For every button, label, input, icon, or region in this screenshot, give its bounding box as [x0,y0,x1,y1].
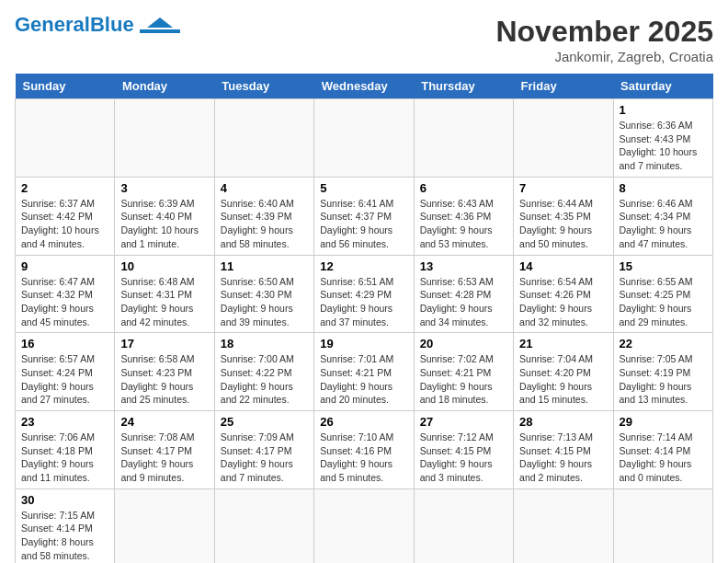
day-number: 11 [221,259,308,273]
day-header-monday: Monday [115,74,214,99]
calendar-cell: 11Sunrise: 6:50 AM Sunset: 4:30 PM Dayli… [214,255,313,333]
calendar-cell [314,488,414,563]
calendar-cell: 2Sunrise: 6:37 AM Sunset: 4:42 PM Daylig… [16,177,115,255]
week-row-4: 16Sunrise: 6:57 AM Sunset: 4:24 PM Dayli… [16,333,713,411]
day-info: Sunrise: 6:53 AM Sunset: 4:28 PM Dayligh… [420,275,507,329]
calendar-cell [214,488,313,563]
calendar-cell: 14Sunrise: 6:54 AM Sunset: 4:26 PM Dayli… [514,255,613,333]
day-number: 1 [620,103,707,117]
day-number: 19 [320,337,407,350]
day-info: Sunrise: 7:15 AM Sunset: 4:14 PM Dayligh… [21,509,108,563]
week-row-5: 23Sunrise: 7:06 AM Sunset: 4:18 PM Dayli… [16,411,713,489]
calendar-cell: 19Sunrise: 7:01 AM Sunset: 4:21 PM Dayli… [314,333,414,411]
day-header-friday: Friday [514,74,613,99]
day-number: 2 [21,181,108,195]
calendar-cell: 13Sunrise: 6:53 AM Sunset: 4:28 PM Dayli… [414,255,513,333]
calendar-cell: 5Sunrise: 6:41 AM Sunset: 4:37 PM Daylig… [314,177,414,255]
calendar-cell: 16Sunrise: 6:57 AM Sunset: 4:24 PM Dayli… [16,333,115,411]
day-info: Sunrise: 7:01 AM Sunset: 4:21 PM Dayligh… [320,352,407,407]
day-info: Sunrise: 7:12 AM Sunset: 4:15 PM Dayligh… [420,431,507,485]
day-info: Sunrise: 6:50 AM Sunset: 4:30 PM Dayligh… [221,275,308,329]
day-number: 9 [21,259,108,273]
day-number: 20 [420,337,507,350]
day-info: Sunrise: 6:43 AM Sunset: 4:36 PM Dayligh… [420,197,507,251]
day-info: Sunrise: 6:39 AM Sunset: 4:40 PM Dayligh… [120,197,208,251]
day-info: Sunrise: 7:08 AM Sunset: 4:17 PM Dayligh… [120,431,208,485]
calendar-cell: 6Sunrise: 6:43 AM Sunset: 4:36 PM Daylig… [414,177,513,255]
day-info: Sunrise: 6:40 AM Sunset: 4:39 PM Dayligh… [221,197,308,251]
day-number: 29 [620,415,707,429]
day-info: Sunrise: 6:47 AM Sunset: 4:32 PM Dayligh… [21,275,108,329]
calendar-cell: 17Sunrise: 6:58 AM Sunset: 4:23 PM Dayli… [115,333,214,411]
logo-triangle-icon [147,17,173,28]
day-info: Sunrise: 6:36 AM Sunset: 4:43 PM Dayligh… [620,119,707,173]
day-info: Sunrise: 6:54 AM Sunset: 4:26 PM Dayligh… [519,275,607,329]
day-info: Sunrise: 6:37 AM Sunset: 4:42 PM Dayligh… [21,197,108,251]
day-info: Sunrise: 6:58 AM Sunset: 4:23 PM Dayligh… [120,352,208,407]
calendar-cell: 29Sunrise: 7:14 AM Sunset: 4:14 PM Dayli… [613,411,712,489]
day-info: Sunrise: 7:09 AM Sunset: 4:17 PM Dayligh… [221,431,308,485]
calendar-cell: 15Sunrise: 6:55 AM Sunset: 4:25 PM Dayli… [613,255,712,333]
day-info: Sunrise: 6:55 AM Sunset: 4:25 PM Dayligh… [620,275,707,329]
day-number: 12 [320,259,407,273]
logo: GeneralBlue [15,15,180,35]
day-number: 7 [519,181,607,195]
calendar-cell [115,488,214,563]
day-number: 24 [120,415,208,429]
calendar-cell: 25Sunrise: 7:09 AM Sunset: 4:17 PM Dayli… [214,411,313,489]
calendar-cell: 23Sunrise: 7:06 AM Sunset: 4:18 PM Dayli… [16,411,115,489]
day-info: Sunrise: 7:10 AM Sunset: 4:16 PM Dayligh… [320,431,407,485]
day-info: Sunrise: 6:48 AM Sunset: 4:31 PM Dayligh… [120,275,208,329]
day-number: 13 [420,259,507,273]
week-row-6: 30Sunrise: 7:15 AM Sunset: 4:14 PM Dayli… [16,488,713,563]
day-header-thursday: Thursday [414,74,513,99]
calendar-cell: 10Sunrise: 6:48 AM Sunset: 4:31 PM Dayli… [115,255,214,333]
calendar-cell [214,99,313,178]
calendar-cell [514,99,613,178]
day-number: 22 [620,337,707,350]
week-row-2: 2Sunrise: 6:37 AM Sunset: 4:42 PM Daylig… [16,177,713,255]
day-info: Sunrise: 6:44 AM Sunset: 4:35 PM Dayligh… [519,197,607,251]
day-number: 3 [120,181,208,195]
calendar-cell: 8Sunrise: 6:46 AM Sunset: 4:34 PM Daylig… [613,177,712,255]
week-row-1: 1Sunrise: 6:36 AM Sunset: 4:43 PM Daylig… [16,99,713,178]
day-info: Sunrise: 7:06 AM Sunset: 4:18 PM Dayligh… [21,431,108,485]
day-number: 14 [519,259,607,273]
calendar-cell: 28Sunrise: 7:13 AM Sunset: 4:15 PM Dayli… [514,411,613,489]
day-info: Sunrise: 7:13 AM Sunset: 4:15 PM Dayligh… [519,431,607,485]
title-area: November 2025 Jankomir, Zagreb, Croatia [495,15,713,64]
calendar-cell: 1Sunrise: 6:36 AM Sunset: 4:43 PM Daylig… [613,99,712,178]
day-info: Sunrise: 6:41 AM Sunset: 4:37 PM Dayligh… [320,197,407,251]
day-number: 5 [320,181,407,195]
day-info: Sunrise: 7:02 AM Sunset: 4:21 PM Dayligh… [420,352,507,407]
calendar-cell: 3Sunrise: 6:39 AM Sunset: 4:40 PM Daylig… [115,177,214,255]
day-number: 23 [21,415,108,429]
week-row-3: 9Sunrise: 6:47 AM Sunset: 4:32 PM Daylig… [16,255,713,333]
calendar-cell: 22Sunrise: 7:05 AM Sunset: 4:19 PM Dayli… [613,333,712,411]
day-info: Sunrise: 7:04 AM Sunset: 4:20 PM Dayligh… [519,352,607,407]
day-number: 6 [420,181,507,195]
calendar-cell: 24Sunrise: 7:08 AM Sunset: 4:17 PM Dayli… [115,411,214,489]
day-info: Sunrise: 6:46 AM Sunset: 4:34 PM Dayligh… [620,197,707,251]
calendar-cell: 9Sunrise: 6:47 AM Sunset: 4:32 PM Daylig… [16,255,115,333]
calendar-cell [115,99,214,178]
calendar-cell [613,488,712,563]
day-number: 27 [420,415,507,429]
location: Jankomir, Zagreb, Croatia [495,49,713,64]
day-number: 28 [519,415,607,429]
calendar-cell: 18Sunrise: 7:00 AM Sunset: 4:22 PM Dayli… [214,333,313,411]
calendar-cell: 27Sunrise: 7:12 AM Sunset: 4:15 PM Dayli… [414,411,513,489]
day-number: 16 [21,337,108,350]
days-header-row: SundayMondayTuesdayWednesdayThursdayFrid… [16,74,713,99]
calendar-cell [414,99,513,178]
logo-bar [140,29,180,33]
day-number: 17 [120,337,208,350]
logo-text: GeneralBlue [15,15,134,35]
day-info: Sunrise: 6:51 AM Sunset: 4:29 PM Dayligh… [320,275,407,329]
day-header-tuesday: Tuesday [214,74,313,99]
day-number: 10 [120,259,208,273]
day-number: 8 [620,181,707,195]
calendar-table: SundayMondayTuesdayWednesdayThursdayFrid… [15,74,713,563]
page-header: GeneralBlue November 2025 Jankomir, Zagr… [15,15,713,64]
day-info: Sunrise: 7:14 AM Sunset: 4:14 PM Dayligh… [620,431,707,485]
